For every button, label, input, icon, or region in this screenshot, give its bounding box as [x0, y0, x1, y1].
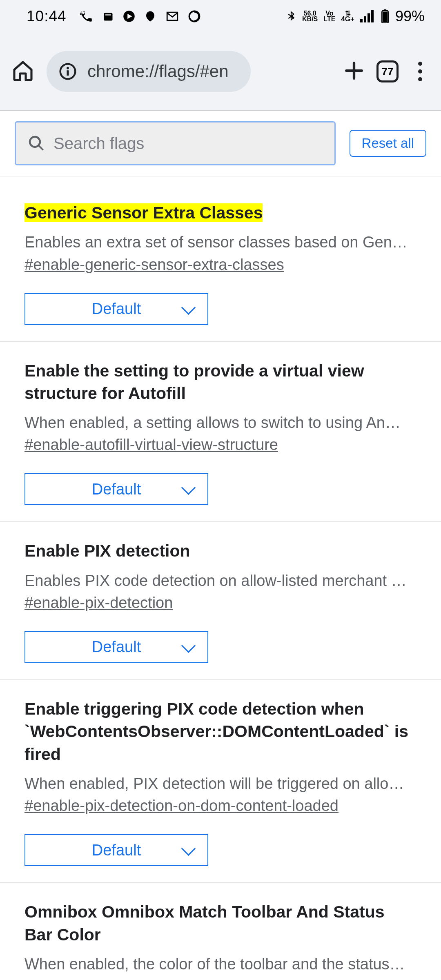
- flag-item: Omnibox Omnibox Match Toolbar And Status…: [0, 883, 441, 980]
- browser-toolbar: chrome://flags/#en 77: [0, 33, 441, 110]
- flag-value-select[interactable]: Default: [24, 293, 208, 325]
- gmail-icon: [165, 9, 179, 23]
- svg-rect-1: [105, 14, 111, 15]
- flag-description: When enabled, PIX detection will be trig…: [24, 773, 416, 795]
- page-content: Reset all Generic Sensor Extra ClassesEn…: [0, 110, 441, 980]
- network-speed: 56.0 KB/S: [302, 11, 318, 22]
- svg-point-12: [67, 67, 69, 69]
- battery-icon: [381, 9, 390, 23]
- net-gen-label: 4G+: [341, 16, 354, 22]
- flag-description: When enabled, the color of the toolbar a…: [24, 953, 416, 975]
- svg-rect-4: [360, 19, 363, 22]
- flag-description: Enables an extra set of sensor classes b…: [24, 232, 416, 253]
- flag-value-select[interactable]: Default: [24, 834, 208, 866]
- flag-title: Enable the setting to provide a virtual …: [24, 361, 364, 403]
- reset-all-button[interactable]: Reset all: [350, 130, 426, 157]
- battery-percentage: 99%: [395, 8, 425, 25]
- leaf-icon: [144, 10, 156, 23]
- svg-rect-9: [383, 11, 388, 22]
- svg-rect-7: [371, 10, 374, 22]
- flag-anchor-link[interactable]: #enable-autofill-virtual-view-structure: [24, 436, 278, 454]
- status-left: 10:44: [27, 8, 200, 25]
- status-right: 56.0 KB/S Vo LTE ⇅ 4G+ 99%: [286, 8, 425, 25]
- flags-search-row: Reset all: [0, 111, 441, 176]
- flag-title: Enable triggering PIX code detection whe…: [24, 699, 408, 764]
- volte-indicator: Vo LTE: [323, 11, 335, 22]
- omnibox[interactable]: chrome://flags/#en: [47, 51, 251, 92]
- page-info-icon: [59, 62, 77, 80]
- network-gen: ⇅ 4G+: [341, 11, 354, 22]
- missed-call-icon: [80, 9, 94, 23]
- menu-button[interactable]: [411, 58, 430, 85]
- url-text: chrome://flags/#en: [87, 62, 229, 81]
- svg-rect-13: [67, 70, 69, 76]
- svg-rect-6: [368, 13, 370, 23]
- flag-item: Enable the setting to provide a virtual …: [0, 342, 441, 522]
- flags-list: Generic Sensor Extra ClassesEnables an e…: [0, 176, 441, 980]
- flag-value-label: Default: [92, 842, 141, 859]
- status-bar: 10:44 56.0 KB/S Vo LTE: [0, 0, 441, 33]
- swirl-icon: [188, 10, 200, 22]
- search-flags-box[interactable]: [15, 121, 336, 165]
- flag-value-select[interactable]: Default: [24, 631, 208, 663]
- bluetooth-icon: [286, 9, 296, 23]
- calendar-icon: [102, 11, 114, 22]
- flag-description: When enabled, a setting allows to switch…: [24, 412, 416, 434]
- search-icon: [27, 134, 45, 152]
- net-speed-unit: KB/S: [302, 16, 318, 22]
- svg-rect-5: [364, 16, 366, 22]
- flag-anchor-link[interactable]: #enable-generic-sensor-extra-classes: [24, 256, 284, 274]
- flag-description: Enables PIX code detection on allow-list…: [24, 570, 416, 592]
- flag-anchor-link[interactable]: #enable-pix-detection-on-dom-content-loa…: [24, 797, 339, 815]
- lte-label: LTE: [323, 16, 335, 22]
- flag-value-label: Default: [92, 481, 141, 498]
- flag-title: Enable PIX detection: [24, 541, 190, 560]
- tab-switcher-button[interactable]: 77: [376, 60, 399, 82]
- flag-value-label: Default: [92, 638, 141, 656]
- flag-title: Omnibox Omnibox Match Toolbar And Status…: [24, 902, 385, 944]
- search-flags-input[interactable]: [53, 134, 323, 153]
- new-tab-button[interactable]: [344, 60, 364, 82]
- svg-rect-10: [384, 9, 386, 11]
- flag-value-label: Default: [92, 300, 141, 318]
- play-icon: [123, 10, 135, 22]
- flag-item: Generic Sensor Extra ClassesEnables an e…: [0, 176, 441, 342]
- tab-count-value: 77: [382, 65, 394, 78]
- home-button[interactable]: [11, 59, 34, 84]
- status-time: 10:44: [27, 8, 67, 25]
- flag-item: Enable PIX detectionEnables PIX code det…: [0, 522, 441, 680]
- flag-anchor-link[interactable]: #enable-pix-detection: [24, 594, 173, 612]
- flag-item: Enable triggering PIX code detection whe…: [0, 680, 441, 883]
- svg-rect-0: [104, 13, 112, 21]
- flag-title: Generic Sensor Extra Classes: [24, 203, 263, 222]
- signal-icon: [360, 10, 375, 22]
- flag-value-select[interactable]: Default: [24, 473, 208, 505]
